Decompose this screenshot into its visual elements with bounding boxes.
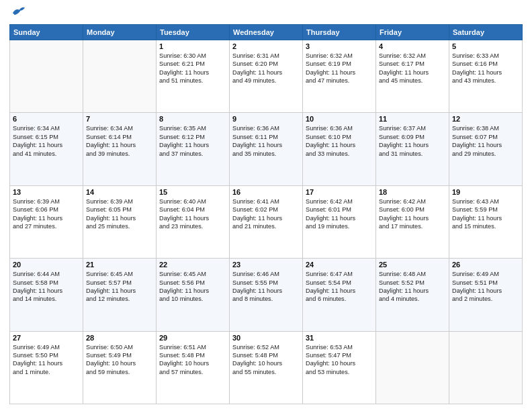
calendar-cell: 14Sunrise: 6:39 AM Sunset: 6:05 PM Dayli… [83, 185, 157, 258]
page-header [9, 7, 523, 19]
calendar-cell: 28Sunrise: 6:50 AM Sunset: 5:49 PM Dayli… [83, 331, 157, 404]
day-number: 4 [379, 42, 446, 50]
day-number: 27 [13, 334, 80, 342]
day-info: Sunrise: 6:45 AM Sunset: 5:56 PM Dayligh… [159, 270, 226, 304]
calendar-cell [10, 40, 83, 113]
day-number: 2 [232, 42, 300, 50]
calendar-cell: 24Sunrise: 6:47 AM Sunset: 5:54 PM Dayli… [303, 259, 376, 331]
day-info: Sunrise: 6:30 AM Sunset: 6:21 PM Dayligh… [159, 52, 226, 85]
day-number: 23 [232, 261, 300, 269]
day-number: 31 [306, 334, 373, 342]
day-number: 21 [86, 261, 153, 269]
day-info: Sunrise: 6:50 AM Sunset: 5:49 PM Dayligh… [86, 343, 153, 377]
calendar-cell: 3Sunrise: 6:32 AM Sunset: 6:19 PM Daylig… [303, 40, 376, 113]
day-info: Sunrise: 6:36 AM Sunset: 6:10 PM Dayligh… [306, 124, 373, 158]
calendar-cell: 12Sunrise: 6:38 AM Sunset: 6:07 PM Dayli… [449, 113, 523, 185]
calendar-cell: 16Sunrise: 6:41 AM Sunset: 6:02 PM Dayli… [230, 185, 303, 258]
day-number: 7 [86, 115, 153, 123]
day-number: 22 [159, 261, 226, 269]
calendar-cell: 6Sunrise: 6:34 AM Sunset: 6:15 PM Daylig… [10, 113, 83, 185]
day-info: Sunrise: 6:32 AM Sunset: 6:17 PM Dayligh… [379, 52, 446, 85]
day-number: 28 [86, 334, 153, 342]
day-info: Sunrise: 6:36 AM Sunset: 6:11 PM Dayligh… [232, 124, 300, 158]
day-number: 26 [452, 261, 519, 269]
day-number: 20 [13, 261, 80, 269]
calendar-cell: 11Sunrise: 6:37 AM Sunset: 6:09 PM Dayli… [376, 113, 449, 185]
calendar-cell: 15Sunrise: 6:40 AM Sunset: 6:04 PM Dayli… [157, 185, 230, 258]
day-number: 29 [159, 334, 226, 342]
calendar-cell: 27Sunrise: 6:49 AM Sunset: 5:50 PM Dayli… [10, 331, 83, 404]
day-number: 8 [159, 115, 226, 123]
day-number: 6 [13, 115, 80, 123]
logo [9, 7, 26, 19]
calendar-cell: 17Sunrise: 6:42 AM Sunset: 6:01 PM Dayli… [303, 185, 376, 258]
calendar-table: SundayMondayTuesdayWednesdayThursdayFrid… [9, 24, 523, 404]
day-number: 17 [306, 188, 373, 196]
day-info: Sunrise: 6:51 AM Sunset: 5:48 PM Dayligh… [159, 343, 226, 377]
calendar-cell: 10Sunrise: 6:36 AM Sunset: 6:10 PM Dayli… [303, 113, 376, 185]
day-number: 1 [159, 42, 226, 50]
calendar-cell: 26Sunrise: 6:49 AM Sunset: 5:51 PM Dayli… [449, 259, 523, 331]
day-number: 3 [306, 42, 373, 50]
calendar-cell: 1Sunrise: 6:30 AM Sunset: 6:21 PM Daylig… [157, 40, 230, 113]
day-info: Sunrise: 6:42 AM Sunset: 6:00 PM Dayligh… [379, 197, 446, 231]
calendar-cell: 21Sunrise: 6:45 AM Sunset: 5:57 PM Dayli… [83, 259, 157, 331]
day-info: Sunrise: 6:49 AM Sunset: 5:50 PM Dayligh… [13, 343, 80, 377]
logo-bird-icon [11, 4, 26, 19]
calendar-cell: 22Sunrise: 6:45 AM Sunset: 5:56 PM Dayli… [157, 259, 230, 331]
day-number: 15 [159, 188, 226, 196]
day-number: 11 [379, 115, 446, 123]
day-info: Sunrise: 6:39 AM Sunset: 6:06 PM Dayligh… [13, 197, 80, 231]
day-info: Sunrise: 6:42 AM Sunset: 6:01 PM Dayligh… [306, 197, 373, 231]
calendar-cell: 19Sunrise: 6:43 AM Sunset: 5:59 PM Dayli… [449, 185, 523, 258]
calendar-cell: 25Sunrise: 6:48 AM Sunset: 5:52 PM Dayli… [376, 259, 449, 331]
calendar-cell [449, 331, 523, 404]
day-info: Sunrise: 6:46 AM Sunset: 5:55 PM Dayligh… [232, 270, 300, 304]
day-info: Sunrise: 6:48 AM Sunset: 5:52 PM Dayligh… [379, 270, 446, 304]
calendar-cell: 30Sunrise: 6:52 AM Sunset: 5:48 PM Dayli… [230, 331, 303, 404]
calendar-cell: 29Sunrise: 6:51 AM Sunset: 5:48 PM Dayli… [157, 331, 230, 404]
day-info: Sunrise: 6:44 AM Sunset: 5:58 PM Dayligh… [13, 270, 80, 304]
day-info: Sunrise: 6:34 AM Sunset: 6:14 PM Dayligh… [86, 124, 153, 158]
calendar-cell: 4Sunrise: 6:32 AM Sunset: 6:17 PM Daylig… [376, 40, 449, 113]
weekday-header-thursday: Thursday [303, 25, 376, 40]
calendar-cell: 2Sunrise: 6:31 AM Sunset: 6:20 PM Daylig… [230, 40, 303, 113]
weekday-header-tuesday: Tuesday [157, 25, 230, 40]
day-number: 16 [232, 188, 300, 196]
weekday-header-sunday: Sunday [10, 25, 83, 40]
day-number: 24 [306, 261, 373, 269]
day-number: 13 [13, 188, 80, 196]
calendar-cell: 5Sunrise: 6:33 AM Sunset: 6:16 PM Daylig… [449, 40, 523, 113]
calendar-cell [376, 331, 449, 404]
day-number: 9 [232, 115, 300, 123]
weekday-header-saturday: Saturday [449, 25, 523, 40]
day-number: 5 [452, 42, 519, 50]
calendar-cell: 9Sunrise: 6:36 AM Sunset: 6:11 PM Daylig… [230, 113, 303, 185]
day-info: Sunrise: 6:35 AM Sunset: 6:12 PM Dayligh… [159, 124, 226, 158]
calendar-cell: 31Sunrise: 6:53 AM Sunset: 5:47 PM Dayli… [303, 331, 376, 404]
day-info: Sunrise: 6:32 AM Sunset: 6:19 PM Dayligh… [306, 52, 373, 85]
day-number: 30 [232, 334, 300, 342]
day-info: Sunrise: 6:41 AM Sunset: 6:02 PM Dayligh… [232, 197, 300, 231]
day-info: Sunrise: 6:40 AM Sunset: 6:04 PM Dayligh… [159, 197, 226, 231]
calendar-cell: 23Sunrise: 6:46 AM Sunset: 5:55 PM Dayli… [230, 259, 303, 331]
calendar-cell: 7Sunrise: 6:34 AM Sunset: 6:14 PM Daylig… [83, 113, 157, 185]
day-info: Sunrise: 6:39 AM Sunset: 6:05 PM Dayligh… [86, 197, 153, 231]
day-info: Sunrise: 6:45 AM Sunset: 5:57 PM Dayligh… [86, 270, 153, 304]
day-info: Sunrise: 6:34 AM Sunset: 6:15 PM Dayligh… [13, 124, 80, 158]
day-number: 10 [306, 115, 373, 123]
calendar-cell: 20Sunrise: 6:44 AM Sunset: 5:58 PM Dayli… [10, 259, 83, 331]
calendar-cell: 13Sunrise: 6:39 AM Sunset: 6:06 PM Dayli… [10, 185, 83, 258]
calendar-cell: 8Sunrise: 6:35 AM Sunset: 6:12 PM Daylig… [157, 113, 230, 185]
day-number: 25 [379, 261, 446, 269]
day-info: Sunrise: 6:37 AM Sunset: 6:09 PM Dayligh… [379, 124, 446, 158]
weekday-header-monday: Monday [83, 25, 157, 40]
day-info: Sunrise: 6:43 AM Sunset: 5:59 PM Dayligh… [452, 197, 519, 231]
day-info: Sunrise: 6:53 AM Sunset: 5:47 PM Dayligh… [306, 343, 373, 377]
day-info: Sunrise: 6:31 AM Sunset: 6:20 PM Dayligh… [232, 52, 300, 85]
day-info: Sunrise: 6:47 AM Sunset: 5:54 PM Dayligh… [306, 270, 373, 304]
day-number: 14 [86, 188, 153, 196]
calendar-cell: 18Sunrise: 6:42 AM Sunset: 6:00 PM Dayli… [376, 185, 449, 258]
day-number: 18 [379, 188, 446, 196]
day-info: Sunrise: 6:49 AM Sunset: 5:51 PM Dayligh… [452, 270, 519, 304]
